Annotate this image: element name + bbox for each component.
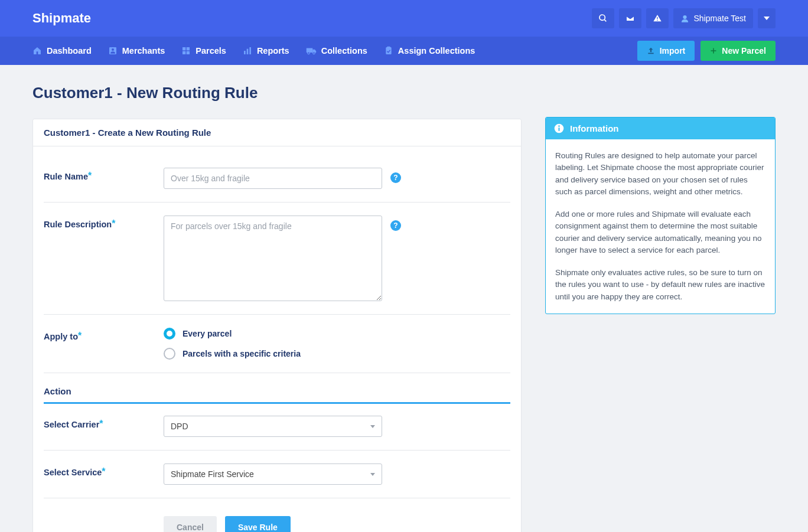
inbox-button[interactable] [619,8,641,28]
rule-name-label: Rule Name* [44,168,153,182]
radio-label: Parcels with a specific criteria [183,349,301,358]
select-service-dropdown[interactable]: Shipmate First Service [164,464,382,485]
truck-icon [306,47,317,55]
svg-rect-3 [657,20,657,21]
user-name: Shipmate Test [694,14,746,23]
rule-name-row: Rule Name* ? [44,159,510,197]
radio-indicator [164,328,175,340]
chevron-down-icon [370,473,375,476]
nav-dashboard[interactable]: Dashboard [32,46,92,56]
side-column: Information Routing Rules are designed t… [545,84,776,314]
nav-label: Parcels [196,46,226,56]
info-card: Information Routing Rules are designed t… [545,117,776,314]
radio-label: Every parcel [183,329,232,338]
svg-rect-12 [247,49,249,54]
svg-rect-8 [187,47,190,50]
divider [44,202,510,203]
rule-name-input[interactable] [164,168,382,189]
warning-icon [653,14,662,23]
svg-rect-9 [183,51,185,54]
card-header: Customer1 - Create a New Routing Rule [33,119,521,146]
nav-actions: Import New Parcel [637,41,776,61]
info-paragraph: Add one or more rules and Shipmate will … [555,208,765,256]
svg-rect-18 [387,47,390,48]
radio-indicator [164,348,175,360]
rule-description-row: Rule Description* ? [44,207,510,309]
apply-to-radio-group: Every parcel Parcels with a specific cri… [164,328,301,360]
svg-point-6 [112,48,114,51]
chevron-down-icon [764,17,770,20]
nav-merchants[interactable]: Merchants [108,46,165,56]
svg-rect-23 [558,128,559,131]
alerts-button[interactable] [646,8,669,28]
svg-point-15 [307,52,309,54]
help-icon[interactable]: ? [390,220,401,231]
upload-icon [647,47,655,55]
home-icon [32,46,42,56]
nav-label: Assign Collections [398,46,475,56]
page-content: Customer1 - New Routing Rule Customer1 -… [0,65,808,532]
save-button[interactable]: Save Rule [225,516,291,532]
info-title: Information [570,123,619,133]
apply-to-row: Apply to* Every parcel Parcels with a sp… [44,319,510,368]
info-header: Information [546,118,775,139]
new-parcel-button[interactable]: New Parcel [701,41,776,61]
import-label: Import [660,46,686,56]
rule-description-label: Rule Description* [44,216,153,230]
svg-rect-13 [249,47,251,54]
nav-label: Dashboard [47,46,92,56]
help-icon[interactable]: ? [390,172,401,183]
select-carrier-dropdown[interactable]: DPD [164,416,382,437]
divider [44,373,510,373]
select-service-row: Select Service* Shipmate First Service [44,455,510,493]
svg-line-1 [604,19,606,21]
search-icon [598,14,608,23]
divider [44,314,510,315]
inbox-icon [625,14,635,23]
plus-icon [710,47,717,54]
info-paragraph: Shipmate only evaluates active rules, so… [555,267,765,303]
user-menu-caret[interactable] [758,8,776,28]
info-body: Routing Rules are designed to help autom… [546,139,775,314]
svg-rect-17 [386,47,391,54]
svg-point-4 [683,15,686,18]
select-carrier-label: Select Carrier* [44,416,153,430]
nav-parcels[interactable]: Parcels [181,46,226,56]
nav-assign-collections[interactable]: Assign Collections [384,46,475,56]
grid-icon [181,46,191,56]
merchant-icon [108,46,118,56]
info-paragraph: Routing Rules are designed to help autom… [555,150,765,198]
select-carrier-value: DPD [171,422,188,431]
topbar-actions: Shipmate Test [592,8,776,28]
cancel-button[interactable]: Cancel [164,516,217,532]
svg-rect-7 [183,47,185,50]
card-body: Rule Name* ? Rule Description* ? [33,146,521,532]
apply-to-label: Apply to* [44,328,153,342]
divider [44,450,510,451]
topbar: Shipmate Shipmate Test [0,0,808,37]
action-heading: Action [44,378,510,404]
svg-rect-2 [657,17,657,19]
new-parcel-label: New Parcel [722,46,766,56]
rule-description-input[interactable] [164,216,382,301]
chart-icon [243,46,252,56]
nav-reports[interactable]: Reports [243,46,289,56]
page-title: Customer1 - New Routing Rule [32,84,522,102]
nav-collections[interactable]: Collections [306,46,367,56]
select-service-value: Shipmate First Service [171,469,254,479]
form-card: Customer1 - Create a New Routing Rule Ru… [32,119,522,532]
radio-specific-criteria[interactable]: Parcels with a specific criteria [164,348,301,360]
navbar: Dashboard Merchants Parcels Reports Coll… [0,37,808,65]
user-menu[interactable]: Shipmate Test [673,8,753,28]
svg-point-0 [600,15,605,20]
main-column: Customer1 - New Routing Rule Customer1 -… [32,84,522,532]
search-button[interactable] [592,8,614,28]
radio-every-parcel[interactable]: Every parcel [164,328,301,340]
user-icon [680,14,689,23]
form-actions: Cancel Save Rule [164,503,510,532]
svg-rect-10 [187,51,190,54]
brand-logo[interactable]: Shipmate [32,11,91,26]
import-button[interactable]: Import [637,41,695,61]
svg-point-16 [312,52,315,54]
select-service-label: Select Service* [44,464,153,478]
